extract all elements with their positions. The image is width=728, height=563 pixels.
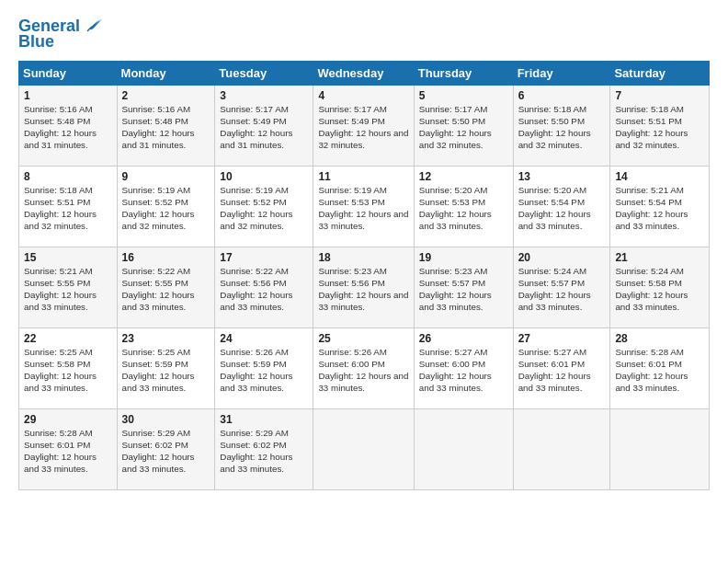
day-info: Sunrise: 5:19 AM Sunset: 5:52 PM Dayligh… <box>122 184 210 233</box>
day-info: Sunrise: 5:20 AM Sunset: 5:53 PM Dayligh… <box>419 184 508 233</box>
calendar-cell: 27 Sunrise: 5:27 AM Sunset: 6:01 PM Dayl… <box>513 327 610 408</box>
calendar-cell: 7 Sunrise: 5:18 AM Sunset: 5:51 PM Dayli… <box>610 85 710 166</box>
calendar-cell: 24 Sunrise: 5:26 AM Sunset: 5:59 PM Dayl… <box>215 327 313 408</box>
calendar-cell: 28 Sunrise: 5:28 AM Sunset: 6:01 PM Dayl… <box>610 327 710 408</box>
day-info: Sunrise: 5:18 AM Sunset: 5:50 PM Dayligh… <box>518 103 606 152</box>
day-number: 25 <box>318 332 408 345</box>
calendar-cell: 18 Sunrise: 5:23 AM Sunset: 5:56 PM Dayl… <box>313 247 414 327</box>
day-info: Sunrise: 5:18 AM Sunset: 5:51 PM Dayligh… <box>24 184 112 233</box>
day-number: 14 <box>615 170 704 183</box>
calendar-cell <box>313 408 414 489</box>
weekday-header-wednesday: Wednesday <box>313 61 414 85</box>
day-number: 5 <box>419 89 508 102</box>
calendar-cell: 21 Sunrise: 5:24 AM Sunset: 5:58 PM Dayl… <box>610 247 710 327</box>
calendar-cell: 20 Sunrise: 5:24 AM Sunset: 5:57 PM Dayl… <box>513 247 610 327</box>
day-number: 30 <box>122 413 210 426</box>
day-info: Sunrise: 5:23 AM Sunset: 5:57 PM Dayligh… <box>419 265 508 314</box>
day-info: Sunrise: 5:25 AM Sunset: 5:58 PM Dayligh… <box>24 346 112 395</box>
day-number: 18 <box>318 251 408 264</box>
day-info: Sunrise: 5:21 AM Sunset: 5:55 PM Dayligh… <box>24 265 112 314</box>
day-number: 4 <box>318 89 408 102</box>
calendar-cell: 4 Sunrise: 5:17 AM Sunset: 5:49 PM Dayli… <box>313 85 414 166</box>
day-number: 9 <box>122 170 210 183</box>
day-info: Sunrise: 5:27 AM Sunset: 6:00 PM Dayligh… <box>419 346 508 395</box>
page-container: General Blue SundayMondayTuesdayWednesda… <box>0 0 728 500</box>
day-info: Sunrise: 5:24 AM Sunset: 5:58 PM Dayligh… <box>615 265 704 314</box>
weekday-header-saturday: Saturday <box>610 61 710 85</box>
day-number: 1 <box>24 89 112 102</box>
day-info: Sunrise: 5:23 AM Sunset: 5:56 PM Dayligh… <box>318 265 408 314</box>
day-info: Sunrise: 5:22 AM Sunset: 5:56 PM Dayligh… <box>220 265 308 314</box>
day-number: 10 <box>220 170 308 183</box>
calendar-body: 1 Sunrise: 5:16 AM Sunset: 5:48 PM Dayli… <box>19 85 710 489</box>
day-number: 3 <box>220 89 308 102</box>
day-info: Sunrise: 5:18 AM Sunset: 5:51 PM Dayligh… <box>615 103 704 152</box>
day-number: 17 <box>220 251 308 264</box>
calendar-table: SundayMondayTuesdayWednesdayThursdayFrid… <box>18 61 710 490</box>
day-number: 22 <box>24 332 112 345</box>
logo-subtext: Blue <box>18 33 54 52</box>
calendar-cell: 19 Sunrise: 5:23 AM Sunset: 5:57 PM Dayl… <box>414 247 513 327</box>
calendar-cell: 23 Sunrise: 5:25 AM Sunset: 5:59 PM Dayl… <box>117 327 215 408</box>
day-number: 23 <box>122 332 210 345</box>
calendar-header-row: SundayMondayTuesdayWednesdayThursdayFrid… <box>19 61 710 85</box>
calendar-cell: 11 Sunrise: 5:19 AM Sunset: 5:53 PM Dayl… <box>313 166 414 247</box>
day-info: Sunrise: 5:24 AM Sunset: 5:57 PM Dayligh… <box>518 265 606 314</box>
day-number: 27 <box>518 332 606 345</box>
weekday-header-sunday: Sunday <box>19 61 118 85</box>
calendar-cell: 26 Sunrise: 5:27 AM Sunset: 6:00 PM Dayl… <box>414 327 513 408</box>
day-number: 31 <box>220 413 308 426</box>
day-number: 28 <box>615 332 704 345</box>
day-number: 13 <box>518 170 606 183</box>
calendar-cell: 5 Sunrise: 5:17 AM Sunset: 5:50 PM Dayli… <box>414 85 513 166</box>
day-number: 21 <box>615 251 704 264</box>
day-info: Sunrise: 5:28 AM Sunset: 6:01 PM Dayligh… <box>24 427 112 476</box>
calendar-week-3: 15 Sunrise: 5:21 AM Sunset: 5:55 PM Dayl… <box>19 247 710 327</box>
day-info: Sunrise: 5:16 AM Sunset: 5:48 PM Dayligh… <box>24 103 112 152</box>
calendar-cell: 14 Sunrise: 5:21 AM Sunset: 5:54 PM Dayl… <box>610 166 710 247</box>
calendar-cell: 22 Sunrise: 5:25 AM Sunset: 5:58 PM Dayl… <box>19 327 118 408</box>
day-number: 19 <box>419 251 508 264</box>
calendar-cell: 25 Sunrise: 5:26 AM Sunset: 6:00 PM Dayl… <box>313 327 414 408</box>
day-number: 24 <box>220 332 308 345</box>
calendar-cell: 30 Sunrise: 5:29 AM Sunset: 6:02 PM Dayl… <box>117 408 215 489</box>
calendar-cell <box>513 408 610 489</box>
calendar-cell <box>414 408 513 489</box>
calendar-cell: 31 Sunrise: 5:29 AM Sunset: 6:02 PM Dayl… <box>215 408 313 489</box>
day-info: Sunrise: 5:16 AM Sunset: 5:48 PM Dayligh… <box>122 103 210 152</box>
day-info: Sunrise: 5:28 AM Sunset: 6:01 PM Dayligh… <box>615 346 704 395</box>
calendar-week-2: 8 Sunrise: 5:18 AM Sunset: 5:51 PM Dayli… <box>19 166 710 247</box>
weekday-header-monday: Monday <box>117 61 215 85</box>
weekday-header-tuesday: Tuesday <box>215 61 313 85</box>
day-info: Sunrise: 5:25 AM Sunset: 5:59 PM Dayligh… <box>122 346 210 395</box>
header: General Blue <box>18 17 710 52</box>
calendar-cell: 6 Sunrise: 5:18 AM Sunset: 5:50 PM Dayli… <box>513 85 610 166</box>
day-info: Sunrise: 5:19 AM Sunset: 5:52 PM Dayligh… <box>220 184 308 233</box>
day-info: Sunrise: 5:29 AM Sunset: 6:02 PM Dayligh… <box>220 427 308 476</box>
day-info: Sunrise: 5:20 AM Sunset: 5:54 PM Dayligh… <box>518 184 606 233</box>
calendar-cell: 12 Sunrise: 5:20 AM Sunset: 5:53 PM Dayl… <box>414 166 513 247</box>
day-number: 15 <box>24 251 112 264</box>
calendar-week-1: 1 Sunrise: 5:16 AM Sunset: 5:48 PM Dayli… <box>19 85 710 166</box>
calendar-cell: 17 Sunrise: 5:22 AM Sunset: 5:56 PM Dayl… <box>215 247 313 327</box>
day-info: Sunrise: 5:27 AM Sunset: 6:01 PM Dayligh… <box>518 346 606 395</box>
calendar-cell: 29 Sunrise: 5:28 AM Sunset: 6:01 PM Dayl… <box>19 408 118 489</box>
calendar-week-4: 22 Sunrise: 5:25 AM Sunset: 5:58 PM Dayl… <box>19 327 710 408</box>
calendar-cell: 3 Sunrise: 5:17 AM Sunset: 5:49 PM Dayli… <box>215 85 313 166</box>
day-number: 12 <box>419 170 508 183</box>
calendar-cell: 15 Sunrise: 5:21 AM Sunset: 5:55 PM Dayl… <box>19 247 118 327</box>
day-number: 2 <box>122 89 210 102</box>
day-number: 16 <box>122 251 210 264</box>
calendar-cell: 13 Sunrise: 5:20 AM Sunset: 5:54 PM Dayl… <box>513 166 610 247</box>
day-number: 11 <box>318 170 408 183</box>
logo-bird-icon <box>82 13 106 37</box>
day-number: 6 <box>518 89 606 102</box>
calendar-cell: 9 Sunrise: 5:19 AM Sunset: 5:52 PM Dayli… <box>117 166 215 247</box>
calendar-cell: 1 Sunrise: 5:16 AM Sunset: 5:48 PM Dayli… <box>19 85 118 166</box>
day-info: Sunrise: 5:26 AM Sunset: 5:59 PM Dayligh… <box>220 346 308 395</box>
day-info: Sunrise: 5:26 AM Sunset: 6:00 PM Dayligh… <box>318 346 408 395</box>
day-info: Sunrise: 5:29 AM Sunset: 6:02 PM Dayligh… <box>122 427 210 476</box>
calendar-cell: 2 Sunrise: 5:16 AM Sunset: 5:48 PM Dayli… <box>117 85 215 166</box>
day-number: 20 <box>518 251 606 264</box>
calendar-cell: 8 Sunrise: 5:18 AM Sunset: 5:51 PM Dayli… <box>19 166 118 247</box>
